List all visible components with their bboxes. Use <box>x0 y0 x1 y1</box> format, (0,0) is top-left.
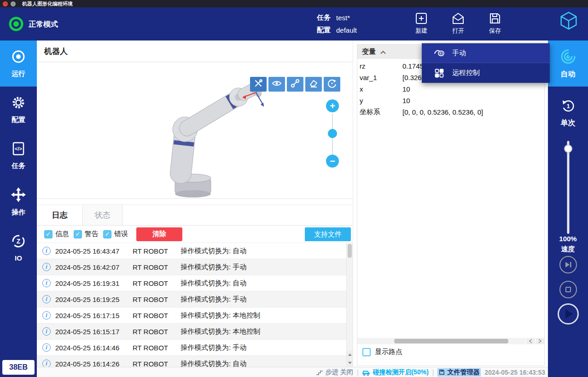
io-icon: Z <box>11 233 26 251</box>
info-checkbox[interactable] <box>44 230 52 238</box>
arrow-down-icon <box>348 362 352 364</box>
sidebar-item-config[interactable]: 配置 <box>0 87 37 133</box>
single-run-button[interactable]: 1 单次 <box>548 93 588 133</box>
filter-error[interactable]: 错误 <box>103 230 128 238</box>
hscroll-thumb[interactable] <box>394 339 508 343</box>
open-button[interactable]: 打开 <box>445 12 472 35</box>
scrollbar-thumb[interactable] <box>348 244 352 258</box>
menu-item-remote[interactable]: 远程控制 <box>422 63 550 83</box>
tools-button[interactable] <box>250 77 267 92</box>
single-cycle-icon: 1 <box>560 98 576 116</box>
horizontal-scrollbar[interactable] <box>357 338 526 344</box>
log-row: 2024-05-25 16:42:07 RT ROBOT 操作模式切换为: 手动 <box>37 259 353 275</box>
new-button[interactable]: 新建 <box>408 12 435 35</box>
menu-item-manual[interactable]: 手动 <box>422 43 550 63</box>
robot-panel-title: 机器人 <box>44 46 68 57</box>
remote-control-icon <box>433 68 445 78</box>
log-time: 2024-05-25 16:43:47 <box>55 247 133 255</box>
warning-checkbox[interactable] <box>74 230 82 238</box>
robot-3d-view[interactable]: + − <box>37 62 353 199</box>
speed-slider[interactable] <box>563 141 574 234</box>
play-icon <box>565 309 573 319</box>
step-icon <box>316 369 323 376</box>
reset-view-button[interactable] <box>324 77 340 92</box>
variables-panel: 变量 rz 0.1745 var_1 [0.326 x 10 y 10 坐标系 … <box>357 44 545 366</box>
sidebar-item-operate[interactable]: 操作 <box>0 179 37 225</box>
tools-icon <box>254 79 263 90</box>
auto-spiral-icon <box>560 48 576 67</box>
robot-panel-header: 机器人 <box>37 41 353 62</box>
filter-info[interactable]: 信息 <box>44 230 69 238</box>
tab-status[interactable]: 状态 <box>83 205 122 225</box>
log-time: 2024-05-25 16:17:15 <box>55 312 133 319</box>
log-source: RT ROBOT <box>133 296 180 303</box>
info-icon <box>42 327 51 336</box>
collision-detection-status[interactable]: 碰撞检测开启(50%) <box>362 368 428 377</box>
speed-slider-knob[interactable] <box>564 145 572 153</box>
left-sidebar: 运行 配置 </> 任务 操作 Z IO 38EB <box>0 41 37 377</box>
waypoints-checkbox[interactable] <box>362 348 371 356</box>
tab-log[interactable]: 日志 <box>37 205 83 225</box>
save-button[interactable]: 保存 <box>482 12 508 35</box>
log-message: 操作模式切换为: 自动 <box>180 279 353 288</box>
scroll-down-button[interactable] <box>347 359 353 367</box>
clear-button[interactable]: 清除 <box>136 227 182 241</box>
eraser-button[interactable] <box>305 77 322 92</box>
variable-row: y 10 <box>357 95 544 106</box>
file-manager-button[interactable]: 文件管理器 <box>437 368 481 377</box>
log-message: 操作模式切换为: 手动 <box>180 343 353 352</box>
code-document-icon: </> <box>11 141 26 158</box>
variable-row: x 10 <box>357 83 544 95</box>
manual-mode-icon <box>433 48 445 58</box>
eye-icon <box>272 80 282 89</box>
sidebar-item-task[interactable]: </> 任务 <box>0 133 37 179</box>
visibility-button[interactable] <box>268 77 285 92</box>
sidebar-item-run[interactable]: 运行 <box>0 41 37 87</box>
step-next-button[interactable] <box>559 256 577 273</box>
log-row: 2024-05-25 16:14:26 RT ROBOT 操作模式切换为: 自动 <box>37 356 353 367</box>
clock-timestamp: 2024-05-25 16:43:53 <box>484 369 545 376</box>
scroll-up-button[interactable] <box>347 351 353 359</box>
speed-slider-track[interactable] <box>567 141 569 234</box>
scroll-right-button[interactable] <box>536 338 544 344</box>
info-icon <box>42 311 51 319</box>
show-waypoints-toggle[interactable]: 显示路点 <box>362 348 402 356</box>
log-row: 2024-05-25 16:19:31 RT ROBOT 操作模式切换为: 自动 <box>37 275 353 291</box>
log-scrollbar[interactable] <box>346 243 353 367</box>
view-toolbar <box>250 77 340 92</box>
error-checkbox[interactable] <box>103 230 111 238</box>
status-bar: 步进 关闭 | 碰撞检测开启(50%) | 文件管理器 2024-05-25 1… <box>37 367 548 377</box>
new-file-icon <box>408 12 435 25</box>
mode-label: 正常模式 <box>29 20 58 29</box>
header-bar: 正常模式 任务 test* 配置 default 新建 打开 保存 <box>0 7 588 41</box>
step-mode-status[interactable]: 步进 关闭 <box>316 368 353 377</box>
log-message: 操作模式切换为: 本地控制 <box>180 311 353 320</box>
panel-divider <box>353 41 353 367</box>
support-files-button[interactable]: 支持文件 <box>305 227 351 241</box>
save-icon <box>482 12 508 25</box>
run-icon <box>11 49 26 66</box>
variable-name: rz <box>357 62 402 70</box>
close-icon[interactable]: × <box>3 1 8 6</box>
speed-value: 100% <box>548 234 588 244</box>
app-logo-icon <box>558 10 579 33</box>
stop-button[interactable] <box>559 281 577 298</box>
scroll-left-button[interactable] <box>526 338 535 344</box>
joints-button[interactable] <box>287 77 303 92</box>
log-time: 2024-05-25 16:14:26 <box>55 360 133 367</box>
collision-icon <box>362 369 370 376</box>
play-button[interactable] <box>558 303 579 325</box>
sidebar-item-io[interactable]: Z IO <box>0 225 37 271</box>
auto-mode-button[interactable]: 自动 <box>548 41 588 87</box>
move-arrows-icon <box>10 186 27 205</box>
zoom-out-button[interactable]: − <box>326 155 339 168</box>
log-row: 2024-05-25 16:43:47 RT ROBOT 操作模式切换为: 自动 <box>37 243 353 259</box>
rotate-icon <box>327 79 337 90</box>
zoom-slider-knob[interactable] <box>328 129 337 138</box>
config-label: 配置 <box>317 26 331 35</box>
zoom-in-button[interactable]: + <box>326 99 339 112</box>
filter-warning[interactable]: 警告 <box>74 230 99 238</box>
minimize-icon[interactable]: – <box>11 1 16 6</box>
speed-readout: 100% 速度 <box>548 234 588 254</box>
log-time: 2024-05-25 16:15:17 <box>55 328 133 336</box>
